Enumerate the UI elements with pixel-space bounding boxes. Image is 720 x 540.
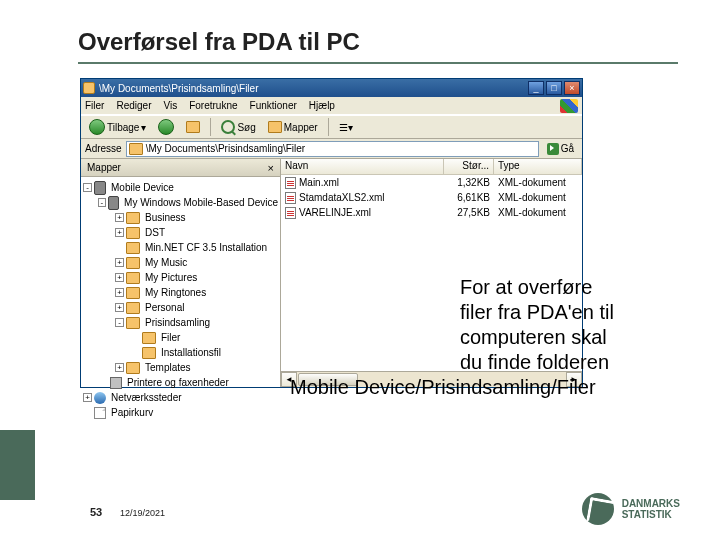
forward-arrow-icon — [158, 119, 174, 135]
network-icon — [94, 392, 106, 404]
tree-expander[interactable]: + — [115, 228, 124, 237]
xml-file-icon — [285, 207, 296, 219]
search-button[interactable]: Søg — [217, 119, 259, 135]
file-row[interactable]: Main.xml1,32KBXML-dokument — [281, 175, 582, 190]
window-titlebar[interactable]: \My Documents\Prisindsamling\Filer _ □ × — [81, 79, 582, 97]
tree-item[interactable]: +Templates — [83, 360, 278, 375]
back-arrow-icon — [89, 119, 105, 135]
xml-file-icon — [285, 192, 296, 204]
maximize-button[interactable]: □ — [546, 81, 562, 95]
tree-item[interactable]: -Mobile Device — [83, 180, 278, 195]
folder-icon — [126, 212, 140, 224]
folder-icon — [126, 317, 140, 329]
menu-hjaelp[interactable]: Hjælp — [309, 100, 335, 111]
tree-expander[interactable]: - — [115, 318, 124, 327]
menu-vis[interactable]: Vis — [163, 100, 177, 111]
tree-item[interactable]: Printere og faxenheder — [83, 375, 278, 390]
left-accent-band — [0, 430, 35, 500]
folder-icon — [126, 257, 140, 269]
cell-name: StamdataXLS2.xml — [281, 192, 444, 204]
views-button[interactable]: ☰▾ — [335, 121, 357, 134]
tree-item[interactable]: +Personal — [83, 300, 278, 315]
tree-item-label: DST — [145, 227, 165, 238]
tree-item[interactable]: +DST — [83, 225, 278, 240]
tree-item[interactable]: +My Ringtones — [83, 285, 278, 300]
cell-type: XML-dokument — [494, 207, 582, 218]
minimize-button[interactable]: _ — [528, 81, 544, 95]
folders-button[interactable]: Mapper — [264, 120, 322, 134]
tree-expander[interactable]: + — [115, 288, 124, 297]
up-folder-icon — [186, 121, 200, 133]
address-input[interactable]: \My Documents\Prisindsamling\Filer — [126, 141, 539, 157]
pda-icon — [94, 181, 106, 195]
tree-item-label: Personal — [145, 302, 184, 313]
go-button[interactable]: Gå — [543, 143, 578, 155]
tree-close-button[interactable]: × — [268, 162, 274, 174]
tree-item[interactable]: -Prisindsamling — [83, 315, 278, 330]
tree-item[interactable]: Papirkurv — [83, 405, 278, 420]
forward-button[interactable] — [154, 118, 178, 136]
tree-item[interactable]: +My Music — [83, 255, 278, 270]
tree-expander[interactable]: + — [115, 303, 124, 312]
tree-item[interactable]: Min.NET CF 3.5 Installation — [83, 240, 278, 255]
menu-foretrukne[interactable]: Foretrukne — [189, 100, 237, 111]
folder-icon — [126, 362, 140, 374]
page-number: 53 — [90, 506, 102, 518]
toolbar-separator — [210, 118, 211, 136]
tree-item-label: Business — [145, 212, 186, 223]
tree-item[interactable]: +Business — [83, 210, 278, 225]
tree-expander[interactable]: + — [115, 363, 124, 372]
tree-item-label: Printere og faxenheder — [127, 377, 229, 388]
slide-body-text: For at overføre filer fra PDA'en til com… — [290, 275, 670, 400]
col-type[interactable]: Type — [494, 159, 582, 174]
file-row[interactable]: VARELINJE.xml27,5KBXML-dokument — [281, 205, 582, 220]
cell-name: VARELINJE.xml — [281, 207, 444, 219]
search-icon — [221, 120, 235, 134]
tree-item-label: Netværkssteder — [111, 392, 182, 403]
logo-mark-icon — [582, 493, 614, 525]
menu-bar: Filer Rediger Vis Foretrukne Funktioner … — [81, 97, 582, 115]
cell-size: 1,32KB — [444, 177, 494, 188]
logo: DANMARKSSTATISTIK — [582, 493, 680, 525]
cell-type: XML-dokument — [494, 192, 582, 203]
pda-icon — [108, 196, 119, 210]
address-bar: Adresse \My Documents\Prisindsamling\Fil… — [81, 139, 582, 159]
tree-expander[interactable]: + — [83, 393, 92, 402]
menu-funktioner[interactable]: Funktioner — [250, 100, 297, 111]
window-title: \My Documents\Prisindsamling\Filer — [99, 83, 528, 94]
tree-item[interactable]: +Netværkssteder — [83, 390, 278, 405]
tree-item[interactable]: Filer — [83, 330, 278, 345]
tree-expander[interactable]: - — [98, 198, 106, 207]
folder-icon — [126, 272, 140, 284]
tree-item-label: Prisindsamling — [145, 317, 210, 328]
tree-item[interactable]: +My Pictures — [83, 270, 278, 285]
file-row[interactable]: StamdataXLS2.xml6,61KBXML-dokument — [281, 190, 582, 205]
folder-tree[interactable]: -Mobile Device-My Windows Mobile-Based D… — [81, 177, 280, 423]
tree-expander[interactable]: + — [115, 258, 124, 267]
cell-size: 6,61KB — [444, 192, 494, 203]
file-icon — [94, 407, 106, 419]
back-button[interactable]: Tilbage ▾ — [85, 118, 150, 136]
tree-item-label: Mobile Device — [111, 182, 174, 193]
tree-item-label: Min.NET CF 3.5 Installation — [145, 242, 267, 253]
address-label: Adresse — [85, 143, 122, 154]
folder-icon — [126, 227, 140, 239]
close-button[interactable]: × — [564, 81, 580, 95]
menu-rediger[interactable]: Rediger — [116, 100, 151, 111]
title-underline — [78, 62, 678, 64]
up-button[interactable] — [182, 120, 204, 134]
cell-name: Main.xml — [281, 177, 444, 189]
col-size[interactable]: Stør... — [444, 159, 494, 174]
menu-filer[interactable]: Filer — [85, 100, 104, 111]
folders-icon — [268, 121, 282, 133]
tree-expander[interactable]: + — [115, 273, 124, 282]
tree-item-label: My Windows Mobile-Based Device — [124, 197, 278, 208]
tree-expander[interactable]: - — [83, 183, 92, 192]
tree-item[interactable]: Installationsfil — [83, 345, 278, 360]
tree-expander[interactable]: + — [115, 213, 124, 222]
go-arrow-icon — [547, 143, 559, 155]
footer-date: 12/19/2021 — [120, 508, 165, 518]
tree-header: Mapper × — [81, 159, 280, 177]
col-name[interactable]: Navn — [281, 159, 444, 174]
tree-item[interactable]: -My Windows Mobile-Based Device — [83, 195, 278, 210]
